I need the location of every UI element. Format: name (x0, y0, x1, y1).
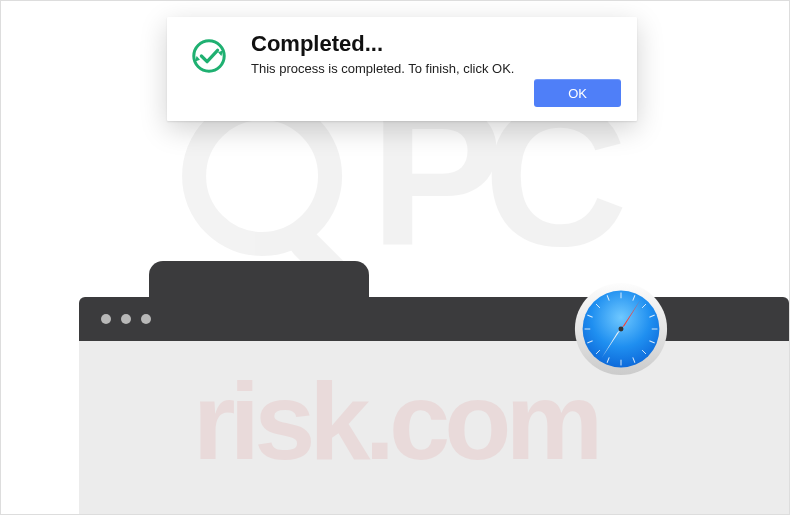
checkmark-circle-icon (190, 37, 228, 79)
traffic-light-zoom[interactable] (141, 314, 151, 324)
dialog-message: This process is completed. To finish, cl… (251, 61, 621, 76)
svg-point-21 (194, 41, 224, 71)
browser-tab (149, 261, 369, 299)
browser-window (79, 261, 789, 514)
safari-icon (573, 281, 669, 377)
completion-dialog: Completed... This process is completed. … (167, 17, 637, 121)
dialog-title: Completed... (251, 31, 621, 57)
ok-button[interactable]: OK (534, 79, 621, 107)
traffic-light-close[interactable] (101, 314, 111, 324)
svg-point-20 (619, 327, 624, 332)
window-titlebar (79, 297, 789, 341)
traffic-light-minimize[interactable] (121, 314, 131, 324)
browser-body (79, 341, 789, 514)
